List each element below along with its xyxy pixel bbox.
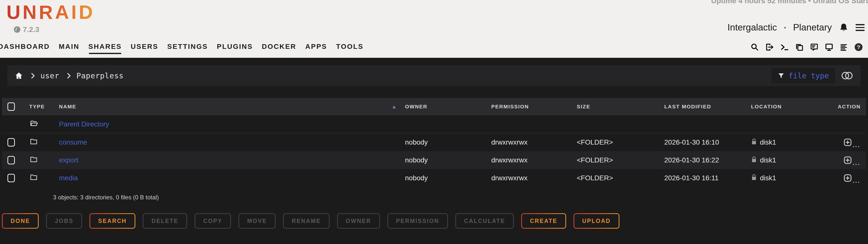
breadcrumb-current: Paperpless (76, 71, 124, 80)
nav-apps[interactable]: APPS (305, 43, 327, 54)
file-manager-content: user Paperpless file type (0, 58, 868, 244)
location-cell: disk1 (760, 174, 776, 182)
owner-cell: nobody (405, 139, 491, 146)
sign-out-icon[interactable] (765, 43, 774, 52)
nav-tools[interactable]: TOOLS (336, 43, 364, 54)
owner-cell: nobody (405, 156, 491, 164)
size-cell: <FOLDER> (577, 139, 664, 146)
file-name-link[interactable]: media (59, 174, 78, 182)
col-location[interactable]: LOCATION (751, 104, 838, 110)
size-cell: <FOLDER> (577, 174, 664, 182)
server-description: Planetary (793, 22, 832, 33)
row-checkbox[interactable] (7, 138, 15, 147)
view-toggle-icon[interactable] (841, 71, 854, 80)
version-number: 7.2.3 (23, 25, 39, 34)
server-identity: Intergalactic • Planetary (727, 22, 865, 33)
home-icon[interactable] (14, 71, 23, 80)
object-summary: 3 objects: 3 directories, 0 files (0 B t… (53, 194, 866, 201)
row-more-dots: ... (852, 140, 860, 149)
breadcrumb: user Paperpless (14, 71, 124, 80)
monitor-icon[interactable] (825, 43, 834, 52)
chevron-right-icon (29, 73, 35, 79)
col-owner[interactable]: OWNER (405, 104, 491, 110)
location-cell: disk1 (760, 156, 776, 164)
unraid-logo[interactable]: UNRAID (6, 1, 95, 24)
sort-asc-icon[interactable]: ▲ (392, 104, 397, 110)
folder-icon (29, 173, 38, 183)
folder-icon (29, 138, 38, 147)
chevron-right-icon (65, 73, 71, 79)
nav-shares[interactable]: SHARES (89, 43, 122, 54)
select-all-checkbox[interactable] (7, 102, 15, 111)
jobs-button: JOBS (46, 213, 82, 228)
row-actions-icon[interactable] (843, 138, 852, 147)
nav-dashboard[interactable]: DASHBOARD (0, 43, 50, 54)
unraid-file-manager-page: UNRAID 7.2.3 Uptime 4 hours 52 minutes •… (0, 0, 868, 244)
copy-icon[interactable] (795, 43, 804, 52)
nav-settings[interactable]: SETTINGS (167, 43, 208, 54)
delete-button: DELETE (143, 213, 187, 228)
separator-dot: • (784, 24, 786, 31)
row-more-dots: ... (852, 157, 860, 167)
funnel-icon (778, 72, 784, 79)
modified-cell: 2026-01-30 16:10 (664, 139, 751, 146)
search-button[interactable]: SEARCH (90, 213, 135, 228)
row-checkbox[interactable] (7, 156, 15, 164)
nav-users[interactable]: USERS (131, 43, 158, 54)
permission-button: PERMISSION (388, 213, 448, 228)
create-button[interactable]: CREATE (521, 213, 566, 228)
col-size[interactable]: SIZE (577, 104, 664, 110)
calculate-button: CALCULATE (455, 213, 514, 228)
log-icon[interactable] (839, 43, 848, 52)
copy-button: COPY (194, 213, 231, 228)
breadcrumb-user[interactable]: user (40, 71, 59, 80)
move-button: MOVE (239, 213, 276, 228)
col-type[interactable]: TYPE (24, 104, 53, 110)
col-name[interactable]: NAME ▲ (53, 104, 405, 110)
col-last-modified[interactable]: LAST MODIFIED (664, 104, 751, 110)
file-type-filter[interactable]: file type (771, 68, 835, 83)
lock-icon (751, 156, 757, 165)
row-actions-icon[interactable] (843, 155, 852, 165)
version-icon (14, 26, 20, 33)
nav-docker[interactable]: DOCKER (262, 43, 296, 54)
version-line: 7.2.3 (14, 25, 39, 34)
owner-button: OWNER (337, 213, 380, 228)
file-table: TYPE NAME ▲ OWNER PERMISSION SIZE LAST M… (2, 98, 866, 201)
table-header-row: TYPE NAME ▲ OWNER PERMISSION SIZE LAST M… (2, 98, 866, 115)
done-button[interactable]: DONE (2, 213, 39, 228)
row-actions-icon[interactable] (843, 173, 852, 183)
breadcrumb-bar-right: file type (771, 68, 854, 83)
top-header: UNRAID 7.2.3 Uptime 4 hours 52 minutes •… (0, 0, 868, 58)
col-action: ACTION (838, 104, 867, 110)
breadcrumb-bar: user Paperpless file type (7, 65, 861, 86)
header-toolbar: ? (750, 42, 863, 52)
row-more-dots: ... (852, 175, 860, 185)
lock-icon (751, 174, 757, 183)
notifications-bell-icon[interactable] (839, 22, 849, 33)
rename-button: RENAME (283, 213, 330, 228)
help-icon[interactable]: ? (854, 42, 863, 52)
feedback-icon[interactable] (810, 43, 819, 52)
row-checkbox[interactable] (7, 174, 15, 182)
location-cell: disk1 (760, 139, 776, 146)
table-row: media nobody drwxrwxrwx <FOLDER> 2026-01… (2, 169, 866, 187)
file-name-link[interactable]: export (59, 156, 78, 164)
search-icon[interactable] (750, 43, 759, 52)
permission-cell: drwxrwxrwx (491, 174, 577, 182)
filter-label: file type (788, 71, 829, 80)
svg-text:?: ? (857, 44, 860, 50)
open-folder-icon (29, 119, 39, 129)
nav-plugins[interactable]: PLUGINS (217, 43, 253, 54)
terminal-icon[interactable] (780, 43, 789, 52)
upload-button[interactable]: UPLOAD (574, 213, 619, 228)
server-name: Intergalactic (727, 22, 777, 33)
col-permission[interactable]: PERMISSION (491, 104, 577, 110)
lock-icon (751, 138, 757, 147)
parent-directory-link[interactable]: Parent Directory (59, 120, 109, 128)
menu-hamburger-icon[interactable] (856, 24, 865, 31)
file-name-link[interactable]: consume (59, 139, 87, 146)
nav-main[interactable]: MAIN (59, 43, 80, 54)
table-row: export nobody drwxrwxrwx <FOLDER> 2026-0… (2, 151, 866, 169)
folder-icon (29, 155, 38, 165)
